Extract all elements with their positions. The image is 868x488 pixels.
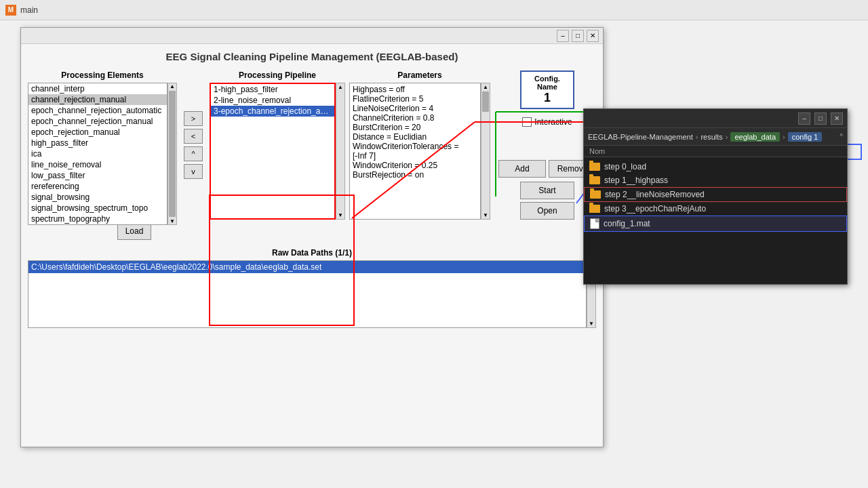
- folder-icon: [589, 176, 600, 184]
- processing-elements-column: Processing Elements channel_interp chann…: [28, 70, 177, 220]
- fe-crumb-root[interactable]: EEGLAB-Pipeline-Management: [588, 133, 693, 141]
- fe-crumb-results[interactable]: results: [701, 133, 722, 141]
- list-item[interactable]: spectrum_topography: [28, 214, 167, 224]
- matlab-icon: M: [5, 5, 16, 16]
- param-line: LineNoiseCriterion = 4: [353, 104, 477, 113]
- close-button[interactable]: ✕: [587, 30, 599, 42]
- list-item[interactable]: channel_interp: [28, 83, 167, 94]
- config-name-value: 1: [524, 91, 570, 105]
- file-icon: [590, 218, 599, 229]
- move-up-button[interactable]: ^: [184, 146, 203, 161]
- raw-data-section: Raw Data Paths (1/1) C:\Users\fafdideh\D…: [28, 248, 596, 328]
- list-item[interactable]: rereferencing: [28, 181, 167, 192]
- raw-data-item[interactable]: C:\Users\fafdideh\Desktop\EEGLAB\eeglab2…: [28, 261, 586, 273]
- folder-icon: [590, 190, 601, 199]
- top-bar: M main: [0, 0, 868, 20]
- file-explorer-titlebar: – □ ✕: [584, 109, 847, 128]
- fe-file-item[interactable]: config_1.mat: [584, 216, 847, 232]
- fe-item-label: step 1__highpass: [604, 176, 668, 185]
- file-explorer-window: – □ ✕ EEGLAB-Pipeline-Management › resul…: [583, 108, 848, 285]
- list-item[interactable]: low_pass_filter: [28, 170, 167, 181]
- fe-minimize-button[interactable]: –: [798, 113, 810, 125]
- interactive-row: Interactive: [522, 117, 572, 127]
- processing-pipeline-list[interactable]: 1-high_pass_filter 2-line_noise_removal …: [210, 83, 336, 220]
- pipeline-item[interactable]: 2-line_noise_removal: [211, 95, 334, 106]
- params-scroll-down[interactable]: ▼: [483, 212, 488, 218]
- params-scroll-up[interactable]: ▲: [483, 84, 488, 90]
- open-button[interactable]: Open: [520, 202, 574, 220]
- list-item[interactable]: line_noise_removal: [28, 159, 167, 170]
- raw-data-header: Raw Data Paths (1/1): [28, 248, 596, 258]
- param-line: BurstCriterion = 20: [353, 123, 477, 132]
- list-item[interactable]: high_pass_filter: [28, 138, 167, 148]
- move-down-button[interactable]: v: [184, 164, 203, 179]
- fe-folder-item[interactable]: step 1__highpass: [584, 174, 847, 187]
- add-button[interactable]: Add: [498, 160, 546, 178]
- interactive-label: Interactive: [534, 117, 572, 127]
- list-item[interactable]: channel_rejection_manual: [28, 94, 167, 105]
- pipeline-item[interactable]: 3-epoch_channel_rejection_automatic: [211, 106, 334, 117]
- fe-folder-item[interactable]: step 2__lineNoiseRemoved: [584, 187, 847, 202]
- pe-scroll-up[interactable]: ▲: [170, 83, 175, 89]
- pipeline-item[interactable]: 1-high_pass_filter: [211, 84, 334, 95]
- fe-maximize-button[interactable]: □: [814, 113, 827, 125]
- list-item[interactable]: signal_browsing: [28, 192, 167, 203]
- list-item[interactable]: epoch_channel_rejection_automatic: [28, 105, 167, 116]
- pipeline-scroll-up[interactable]: ▲: [338, 84, 343, 90]
- list-item[interactable]: epoch_rejection_manual: [28, 127, 167, 138]
- config-name-label: Config. Name: [524, 75, 570, 91]
- fe-item-label: step 2__lineNoiseRemoved: [605, 190, 705, 199]
- interactive-checkbox[interactable]: [522, 117, 532, 127]
- fe-folder-item[interactable]: step 0_load: [584, 160, 847, 174]
- move-left-button[interactable]: <: [184, 129, 203, 144]
- param-line: WindowCriterion = 0.25: [353, 161, 477, 170]
- config-name-box: Config. Name 1: [520, 70, 574, 109]
- fe-folder-item[interactable]: step 3__epochChanRejAuto: [584, 202, 847, 216]
- param-line: ChannelCriterion = 0.8: [353, 113, 477, 123]
- folder-icon: [589, 163, 600, 171]
- fe-item-label: config_1.mat: [604, 219, 650, 228]
- fe-column-header: Nom: [584, 146, 847, 157]
- raw-data-list[interactable]: C:\Users\fafdideh\Desktop\EEGLAB\eeglab2…: [28, 260, 587, 328]
- pipeline-scroll-down[interactable]: ▼: [338, 212, 343, 218]
- arrow-buttons-group: > < ^ v: [181, 70, 205, 220]
- list-item[interactable]: ica: [28, 148, 167, 159]
- param-line: [-Inf 7]: [353, 151, 477, 161]
- list-item[interactable]: signal_browsing_spectrum_topo: [28, 203, 167, 214]
- start-button[interactable]: Start: [520, 182, 574, 199]
- minimize-button[interactable]: –: [557, 30, 569, 42]
- fe-file-list: step 0_load step 1__highpass step 2__lin…: [584, 157, 847, 235]
- fe-crumb-config1[interactable]: config 1: [788, 132, 823, 142]
- parameters-list: Highpass = off FlatlineCriterion = 5 Lin…: [349, 83, 481, 220]
- fe-close-button[interactable]: ✕: [831, 113, 843, 125]
- fe-item-label: step 3__epochChanRejAuto: [604, 204, 706, 214]
- main-window-titlebar: – □ ✕: [21, 28, 603, 44]
- parameters-header: Parameters: [349, 70, 490, 80]
- maximize-button[interactable]: □: [572, 30, 584, 42]
- raw-scroll-down[interactable]: ▼: [589, 321, 594, 327]
- param-line: FlatlineCriterion = 5: [353, 94, 477, 104]
- param-line: Distance = Euclidian: [353, 132, 477, 142]
- fe-item-label: step 0_load: [604, 162, 646, 171]
- folder-icon: [589, 205, 600, 213]
- list-item[interactable]: epoch_channel_rejection_manual: [28, 116, 167, 127]
- processing-elements-list[interactable]: channel_interp channel_rejection_manual …: [28, 83, 167, 225]
- pipeline-header: Processing Pipeline: [210, 70, 345, 80]
- param-line: Highpass = off: [353, 85, 477, 94]
- processing-elements-header: Processing Elements: [28, 70, 177, 80]
- window-controls[interactable]: – □ ✕: [557, 30, 599, 42]
- main-window: – □ ✕ EEG Signal Cleaning Pipeline Manag…: [20, 27, 604, 447]
- fe-crumb-eeglab-data[interactable]: eeglab_data: [730, 132, 780, 142]
- top-bar-title: main: [20, 5, 38, 15]
- param-line: BurstRejection = on: [353, 170, 477, 180]
- fe-collapse-arrow[interactable]: ^: [840, 133, 843, 140]
- processing-pipeline-column: Processing Pipeline 1-high_pass_filter 2…: [210, 70, 345, 220]
- param-line: WindowCriterionTolerances =: [353, 142, 477, 151]
- move-right-button[interactable]: >: [184, 111, 203, 126]
- parameters-column: Parameters Highpass = off FlatlineCriter…: [349, 70, 490, 220]
- fe-breadcrumb: EEGLAB-Pipeline-Management › results › e…: [584, 128, 847, 146]
- page-title: EEG Signal Cleaning Pipeline Management …: [28, 51, 596, 62]
